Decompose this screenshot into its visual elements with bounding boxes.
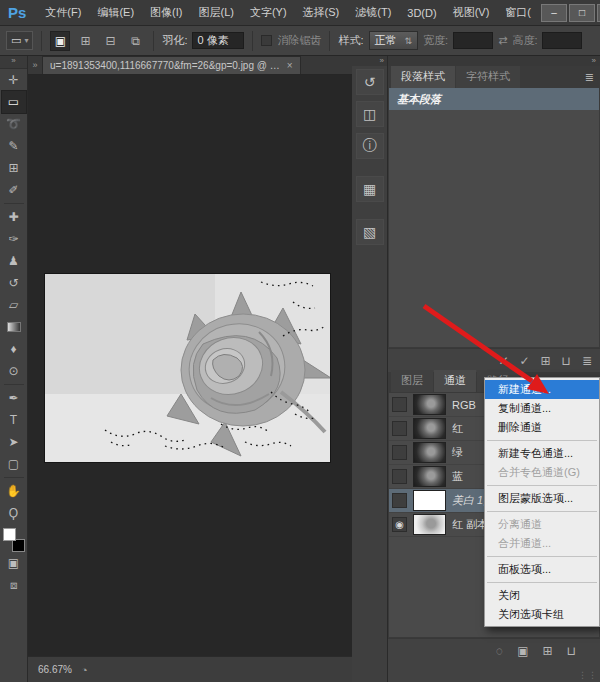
style-dropdown-value: 正常: [375, 33, 397, 48]
rectangular-marquee-tool[interactable]: ▭: [2, 91, 26, 113]
menu-type[interactable]: 文字(Y): [242, 5, 295, 20]
menu-window[interactable]: 窗口(: [497, 5, 539, 20]
zoom-level[interactable]: 66.67%: [38, 664, 72, 675]
menu-file[interactable]: 文件(F): [37, 5, 89, 20]
path-selection-tool[interactable]: ➤: [2, 431, 26, 453]
document-image[interactable]: [45, 274, 330, 462]
dodge-tool[interactable]: ⊙: [2, 360, 26, 382]
tools-collapse-handle[interactable]: »: [0, 56, 27, 69]
layer-comps-panel-icon[interactable]: ▧: [356, 219, 384, 245]
panel-dock-collapse-handle[interactable]: »: [388, 56, 600, 66]
visibility-toggle[interactable]: [392, 493, 407, 508]
trash-icon[interactable]: ⊔: [562, 354, 571, 368]
menu-item-new-spot-channel[interactable]: 新建专色通道...: [485, 444, 599, 463]
adjustments-panel-icon[interactable]: ◫: [356, 101, 384, 127]
visibility-toggle[interactable]: [392, 469, 407, 484]
blur-tool[interactable]: ♦: [2, 338, 26, 360]
gradient-tool[interactable]: [2, 316, 26, 338]
visibility-toggle[interactable]: ◉: [392, 517, 407, 532]
menu-item-close[interactable]: 关闭: [485, 586, 599, 605]
menu-item-new-channel[interactable]: 新建通道...: [485, 380, 599, 399]
menu-select[interactable]: 选择(S): [295, 5, 348, 20]
menu-item-panel-options[interactable]: 面板选项...: [485, 560, 599, 579]
brush-tool[interactable]: ✑: [2, 228, 26, 250]
tab-scroll-left-icon[interactable]: »: [28, 56, 42, 74]
menu-filter[interactable]: 滤镜(T): [347, 5, 399, 20]
path-selection-icon: ➤: [8, 435, 18, 449]
healing-brush-tool[interactable]: ✚: [2, 206, 26, 228]
style-dropdown[interactable]: 正常 ⇅: [369, 31, 419, 50]
tab-character-styles[interactable]: 字符样式: [456, 66, 520, 88]
shape-tool[interactable]: ▢: [2, 453, 26, 475]
height-input[interactable]: [542, 32, 582, 49]
redefine-style-icon[interactable]: ✓: [519, 354, 529, 368]
menu-view[interactable]: 视图(V): [445, 5, 498, 20]
tool-preset-picker[interactable]: ▭ ▾: [6, 31, 33, 50]
style-item-basic-paragraph[interactable]: 基本段落: [389, 88, 599, 110]
menu-image[interactable]: 图像(I): [142, 5, 190, 20]
marquee-icon: ▭: [8, 95, 19, 109]
tab-close-icon[interactable]: ×: [287, 60, 293, 71]
pen-tool[interactable]: ✒: [2, 387, 26, 409]
info-glyph: ⓘ: [363, 137, 377, 155]
feather-input[interactable]: 0 像素: [192, 32, 244, 49]
panel-menu-icon[interactable]: ≣: [579, 68, 600, 88]
intersect-selection-mode-button[interactable]: ⧉: [125, 31, 145, 51]
menu-item-close-tab-group[interactable]: 关闭选项卡组: [485, 605, 599, 624]
menu-item-delete-channel[interactable]: 删除通道: [485, 418, 599, 437]
pen-icon: ✒: [8, 391, 18, 405]
load-selection-icon[interactable]: ◌: [496, 644, 503, 658]
eyedropper-tool[interactable]: ✐: [2, 179, 26, 201]
quick-selection-tool[interactable]: ✎: [2, 135, 26, 157]
menu-item-layer-mask-options[interactable]: 图层蒙版选项...: [485, 489, 599, 508]
menu-layer[interactable]: 图层(L): [190, 5, 241, 20]
tab-layers[interactable]: 图层: [391, 370, 433, 392]
document-tab[interactable]: u=1891353400,1116667770&fm=26&gp=0.jpg @…: [42, 56, 301, 74]
clear-overrides-icon[interactable]: ✕: [498, 354, 508, 368]
crop-tool[interactable]: ⊞: [2, 157, 26, 179]
clone-stamp-tool[interactable]: ♟: [2, 250, 26, 272]
resize-grip[interactable]: ⋮⋮: [578, 670, 598, 680]
menu-edit[interactable]: 编辑(E): [89, 5, 142, 20]
move-tool[interactable]: ✛: [2, 69, 26, 91]
visibility-toggle[interactable]: [392, 445, 407, 460]
menu-item-duplicate-channel[interactable]: 复制通道...: [485, 399, 599, 418]
tab-paragraph-styles[interactable]: 段落样式: [391, 66, 455, 88]
screen-mode-button[interactable]: ⧈: [2, 574, 26, 596]
subtract-selection-mode-button[interactable]: ⊟: [100, 31, 120, 51]
new-style-icon[interactable]: ⊞: [541, 354, 551, 368]
visibility-toggle[interactable]: [392, 397, 407, 412]
trash-icon[interactable]: ⊔: [567, 644, 576, 658]
swap-width-height-icon[interactable]: ⇄: [498, 34, 507, 47]
history-panel-icon[interactable]: ↺: [356, 69, 384, 95]
type-tool[interactable]: T: [2, 409, 26, 431]
dock-collapse-handle[interactable]: »: [352, 56, 387, 66]
channel-thumbnail: [413, 466, 446, 487]
color-swatches[interactable]: [2, 528, 26, 552]
zoom-tool[interactable]: Ϙ: [2, 502, 26, 524]
new-selection-mode-button[interactable]: ▣: [50, 31, 70, 51]
width-input[interactable]: [453, 32, 493, 49]
lasso-tool[interactable]: ➰: [2, 113, 26, 135]
antialias-checkbox[interactable]: [261, 35, 272, 46]
foreground-color-swatch[interactable]: [3, 528, 16, 541]
menu-item-merge-spot-channel: 合并专色通道(G): [485, 463, 599, 482]
history-brush-tool[interactable]: ↺: [2, 272, 26, 294]
hand-tool[interactable]: ✋: [2, 480, 26, 502]
eraser-tool[interactable]: ▱: [2, 294, 26, 316]
style-item-label: 基本段落: [397, 92, 441, 107]
character-panel-icon[interactable]: ▦: [356, 176, 384, 202]
save-selection-as-channel-icon[interactable]: ▣: [517, 644, 528, 658]
canvas-pasteboard[interactable]: [28, 75, 352, 656]
quick-mask-button[interactable]: ▣: [2, 552, 26, 574]
tab-channels[interactable]: 通道: [434, 370, 476, 392]
minimize-button[interactable]: –: [541, 4, 567, 22]
document-info-icon[interactable]: ◔: [81, 664, 88, 676]
add-selection-mode-button[interactable]: ⊞: [75, 31, 95, 51]
menu-3d[interactable]: 3D(D): [399, 7, 444, 19]
maximize-button[interactable]: □: [569, 4, 595, 22]
info-panel-icon[interactable]: ⓘ: [356, 133, 384, 159]
new-channel-icon[interactable]: ⊞: [543, 644, 553, 658]
visibility-toggle[interactable]: [392, 421, 407, 436]
panel-list-icon[interactable]: ≣: [582, 354, 592, 368]
